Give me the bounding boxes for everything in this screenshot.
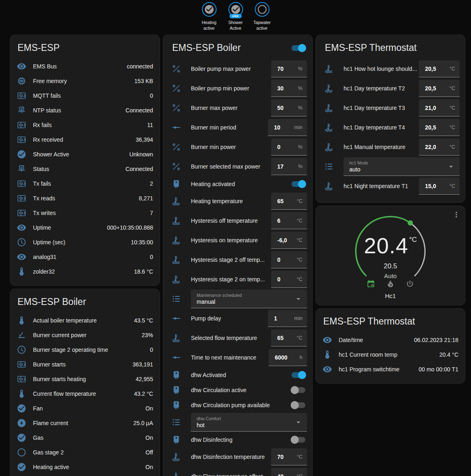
entity-row[interactable]: Tx fails 2 — [17, 176, 153, 191]
number-input[interactable]: 70 % — [271, 60, 307, 77]
entity-row[interactable]: Fan On — [17, 401, 153, 416]
thermostat-dial[interactable]: 20.4°C 20.5 Auto — [352, 213, 429, 290]
entity-row[interactable]: EMS Bus connected — [17, 59, 153, 74]
toggle-switch[interactable] — [291, 181, 305, 187]
entity-row[interactable]: dhw Circulation pump available — [171, 397, 307, 412]
dial-handle[interactable] — [407, 220, 413, 226]
entity-row[interactable]: Heating temperature 65 °C — [171, 191, 307, 211]
number-input[interactable]: 50 % — [271, 99, 307, 116]
entity-row[interactable]: Boiler pump max power 70 % — [171, 59, 307, 79]
entity-row[interactable]: Hysteresis stage 2 off temp... 0 °C — [171, 250, 307, 270]
entity-row[interactable]: hc1 Day temperature T3 21,0 °C — [324, 98, 460, 118]
number-input[interactable]: 21,0 °C — [419, 99, 460, 116]
number-input[interactable]: 65 °C — [271, 193, 307, 210]
entity-row[interactable]: Heating pump On — [17, 474, 153, 476]
entity-row[interactable]: Burner selected max power 17 % — [171, 157, 307, 176]
entity-row[interactable]: Date/time 06.02.2023 21:18 — [322, 333, 458, 347]
number-input[interactable]: 17 % — [271, 158, 307, 175]
select-input[interactable]: dhw Comfort hot — [191, 413, 307, 432]
toggle-switch[interactable] — [291, 387, 305, 393]
badge-circle[interactable] — [255, 2, 269, 17]
number-input[interactable]: 40 °C — [271, 468, 307, 476]
entity-row[interactable]: Hysteresis off temperature 6 °C — [171, 211, 307, 230]
entity-row[interactable]: Pump delay 1 min — [171, 309, 307, 328]
select-input[interactable]: hc1 Mode auto — [344, 157, 460, 176]
entity-row[interactable]: Burner starts 363,191 — [17, 357, 153, 372]
number-input[interactable]: 10 min — [268, 119, 307, 136]
entity-row[interactable]: Burner stage 2 operating time 0 — [17, 342, 153, 357]
number-input[interactable]: 20,5 °C — [419, 80, 460, 97]
card-power-toggle[interactable] — [291, 45, 305, 51]
entity-row[interactable]: Gas On — [17, 430, 153, 445]
number-input[interactable]: 70 °C — [271, 448, 307, 465]
number-input[interactable]: 6 °C — [271, 212, 307, 229]
number-input[interactable]: 20,5 °C — [419, 119, 460, 136]
state-badge[interactable]: Tapwateractive — [251, 2, 274, 31]
entity-row[interactable]: Hysteresis stage 2 on temp... 0 °C — [171, 270, 307, 289]
number-input[interactable]: 22,0 °C — [419, 138, 460, 156]
entity-row[interactable]: hc1 Current room temp 20.4 °C — [322, 347, 458, 362]
toggle-switch[interactable] — [291, 372, 305, 378]
number-input[interactable]: 65 °C — [271, 329, 307, 347]
entity-row[interactable]: Burner max power 50 % — [171, 98, 307, 118]
number-input[interactable]: 20,5 °C — [419, 60, 460, 77]
number-input[interactable]: 30 % — [271, 80, 307, 97]
entity-row[interactable]: dhw Comfort hot — [171, 412, 307, 432]
entity-row[interactable]: Flame current 25.0 µA — [17, 416, 153, 430]
entity-row[interactable]: Burner min power 0 % — [171, 137, 307, 157]
entity-row[interactable]: Selected flow temperature 65 °C — [171, 328, 307, 348]
entity-row[interactable]: dhw Disinfection temperature 70 °C — [171, 447, 307, 467]
entity-row[interactable]: Uptime 000+10:35:00.888 — [17, 220, 153, 235]
dots-vertical-icon[interactable] — [452, 210, 461, 219]
entity-row[interactable]: hc1 Manual temperature 22,0 °C — [324, 137, 460, 157]
entity-row[interactable]: Free memory 153 KB — [17, 74, 153, 88]
entity-row[interactable]: Tx reads 8,271 — [17, 191, 153, 206]
entity-row[interactable]: Tx writes 7 — [17, 206, 153, 220]
badge-circle[interactable] — [202, 2, 217, 17]
entity-row[interactable]: Rx fails 11 — [17, 118, 153, 132]
entity-row[interactable]: dhw Circulation active — [171, 382, 307, 397]
entity-row[interactable]: zolder32 18.6 °C — [17, 264, 153, 279]
entity-row[interactable]: Current flow temperature 43.2 °C — [17, 386, 153, 401]
entity-row[interactable]: Hysteresis on temperature -6,0 °C — [171, 230, 307, 250]
entity-row[interactable]: dhw Disinfecting — [171, 432, 307, 447]
entity-row[interactable]: Actual boiler temperature 43.5 °C — [17, 313, 153, 328]
entity-row[interactable]: NTP status Connected — [17, 103, 153, 118]
entity-row[interactable]: Burner current power 23% — [17, 328, 153, 342]
number-input[interactable]: -6,0 °C — [271, 232, 307, 249]
state-badge[interactable]: Heatingactive — [198, 2, 221, 31]
entity-row[interactable]: Time to next maintenance 6000 h — [171, 348, 307, 367]
entity-row[interactable]: dhw Activated — [171, 367, 307, 382]
entity-row[interactable]: Heating active On — [17, 460, 153, 474]
entity-row[interactable]: MQTT fails 0 — [17, 88, 153, 103]
entity-row[interactable]: Maintenance scheduled manual — [171, 289, 307, 309]
entity-row[interactable]: Boiler pump min power 30 % — [171, 79, 307, 98]
toggle-switch[interactable] — [291, 402, 305, 408]
entity-row[interactable]: Rx received 36,394 — [17, 132, 153, 147]
entity-row[interactable]: Uptime (sec) 10:35:00 — [17, 235, 153, 250]
number-input[interactable]: 0 °C — [271, 251, 307, 268]
select-input[interactable]: Maintenance scheduled manual — [191, 290, 307, 308]
number-input[interactable]: 0 °C — [271, 271, 307, 288]
number-input[interactable]: 1 min — [268, 310, 307, 327]
entity-row[interactable]: Shower Active Unknown — [17, 147, 153, 162]
toggle-switch[interactable] — [291, 437, 305, 443]
entity-row[interactable]: Burner starts heating 42,955 — [17, 372, 153, 386]
entity-row[interactable]: Status Connected — [17, 162, 153, 176]
number-input[interactable]: 6000 h — [269, 349, 307, 366]
state-badge[interactable]: UNK ShowerActive — [224, 2, 247, 31]
entity-row[interactable]: hc1 Mode auto — [324, 157, 460, 176]
entity-row[interactable]: Burner min period 10 min — [171, 118, 307, 137]
entity-row[interactable]: dhw Flow temperature offset 40 °C — [171, 467, 307, 476]
entity-row[interactable]: Heating activated — [171, 176, 307, 191]
entity-row[interactable]: hc1 Night temperature T1 15,0 °C — [324, 176, 460, 196]
number-input[interactable]: 0 % — [271, 138, 307, 156]
badge-circle[interactable]: UNK — [228, 2, 243, 17]
number-input[interactable]: 15,0 °C — [419, 178, 460, 195]
entity-row[interactable]: hc1 Day temperature T4 20,5 °C — [324, 118, 460, 137]
entity-row[interactable]: hc1 Program switchtime 00 mo 00:00 T1 — [322, 362, 458, 377]
entity-row[interactable]: Gas stage 2 Off — [17, 445, 153, 460]
entity-row[interactable]: analog31 0 — [17, 250, 153, 264]
entity-row[interactable]: hc1 How hot lounge should... 20,5 °C — [324, 59, 460, 79]
entity-row[interactable]: hc1 Day temperature T2 20,5 °C — [324, 79, 460, 98]
